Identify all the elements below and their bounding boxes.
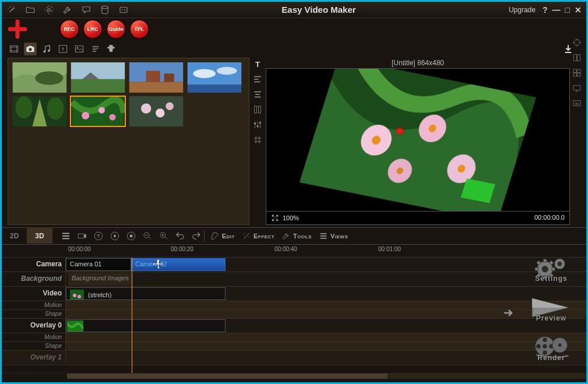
preview-panel: [Untitle] 864x480 100% [266, 58, 570, 225]
tab-2d[interactable]: 2D [2, 228, 27, 244]
playhead[interactable] [132, 258, 132, 373]
svg-point-97 [558, 344, 562, 347]
svg-point-16 [77, 47, 78, 48]
timeline-ruler[interactable]: 00:00:00 00:00:20 00:00:40 00:01:00 [2, 245, 586, 258]
list-icon[interactable] [61, 231, 71, 241]
split-icon[interactable] [572, 53, 582, 62]
column-icon[interactable] [252, 104, 263, 115]
fullscreen-icon[interactable] [271, 214, 279, 222]
svg-point-75 [73, 294, 76, 297]
lyrics-tab-icon[interactable] [89, 43, 102, 55]
monitor-icon[interactable] [572, 83, 582, 93]
thumbnail[interactable] [12, 62, 68, 93]
stop-icon[interactable] [126, 231, 136, 241]
svg-point-0 [13, 6, 14, 7]
upgrade-link[interactable]: Upgrade [509, 6, 536, 14]
preview-toolbar-left: T [249, 55, 266, 227]
minimize-button[interactable]: — [552, 5, 561, 15]
svg-text:T: T [255, 60, 260, 69]
preview-title: [Untitle] 864x480 [266, 58, 570, 68]
camera-icon[interactable] [77, 231, 87, 241]
timestamp: 00:00:00.0 [534, 214, 565, 222]
rec-button[interactable]: REC [60, 20, 79, 38]
gear-icon[interactable] [44, 5, 54, 15]
align-left-icon[interactable] [252, 74, 263, 84]
image-tab-icon[interactable] [73, 43, 86, 55]
video-tab-icon[interactable] [8, 43, 20, 55]
svg-rect-58 [574, 55, 577, 61]
render-button[interactable]: Render [522, 332, 580, 363]
track-overlay0: Overlay 0 [2, 319, 586, 333]
track-video: Video (stretch) [2, 287, 586, 301]
views-menu[interactable]: Views [315, 231, 351, 241]
undo-icon[interactable] [175, 231, 185, 241]
target-icon[interactable] [572, 38, 582, 47]
svg-point-31 [16, 96, 33, 119]
3d-icon[interactable]: 3D [572, 98, 582, 108]
svg-point-35 [98, 107, 105, 114]
thumbnail[interactable] [128, 62, 184, 93]
play-icon[interactable] [110, 231, 120, 241]
guide-button[interactable]: Guide [107, 20, 125, 38]
svg-rect-45 [257, 126, 259, 127]
zoomin-icon[interactable] [159, 231, 169, 241]
tools-icon[interactable] [118, 5, 129, 15]
close-button[interactable]: ✕ [575, 5, 582, 15]
add-button[interactable] [8, 19, 27, 39]
text-tool-icon[interactable]: T [252, 59, 263, 69]
preview-button[interactable]: Preview [522, 292, 580, 323]
edit-menu[interactable]: Edit [207, 231, 238, 241]
wrench-icon[interactable] [62, 5, 73, 15]
redo-icon[interactable] [191, 231, 202, 241]
lrc-button[interactable]: LRC [83, 20, 102, 38]
top-toolbar: REC LRC Guide TPL [2, 18, 586, 40]
media-tabs: T [2, 40, 586, 55]
camera-clip-active[interactable]: Camera 02 [131, 258, 226, 271]
thumbnails-panel [8, 58, 249, 225]
equalizer-icon[interactable] [252, 119, 263, 130]
svg-point-3 [102, 6, 108, 9]
thumbnail[interactable] [128, 96, 184, 127]
arrow-right-icon [501, 306, 515, 320]
effect-menu[interactable]: Effect [238, 231, 278, 241]
camera-clip[interactable]: Camera 01 [66, 258, 131, 271]
grid-icon[interactable] [252, 135, 263, 145]
tools-menu[interactable]: Tools [278, 231, 315, 241]
svg-rect-71 [129, 235, 132, 238]
photo-tab-icon[interactable] [24, 43, 37, 55]
align-center-icon[interactable] [252, 89, 263, 100]
svg-rect-44 [254, 123, 256, 124]
svg-point-39 [156, 108, 164, 117]
plugin-tab-icon[interactable] [105, 43, 118, 55]
thumbnail[interactable] [12, 96, 68, 127]
svg-point-36 [109, 114, 115, 121]
preview-window[interactable] [266, 68, 570, 212]
tab-3d[interactable]: 3D [27, 227, 52, 244]
svg-rect-42 [255, 106, 257, 113]
speech-icon[interactable] [81, 5, 91, 15]
tpl-button[interactable]: TPL [130, 20, 149, 38]
svg-point-1 [15, 8, 16, 9]
settings-button[interactable]: Settings [522, 252, 580, 284]
thumbnail[interactable] [186, 62, 242, 93]
thumbnail[interactable] [70, 62, 126, 93]
svg-rect-4 [120, 7, 127, 12]
wand-icon[interactable] [6, 5, 17, 15]
thumbnail[interactable] [70, 96, 126, 127]
video-clip[interactable]: (stretch) [66, 287, 226, 300]
text-tab-icon[interactable]: T [57, 43, 69, 55]
audio-tab-icon[interactable] [40, 43, 53, 55]
track-camera: Camera Camera 01 Camera 02 [2, 258, 586, 272]
svg-point-40 [166, 103, 173, 110]
horizontal-scrollbar[interactable] [2, 373, 586, 379]
prev-icon[interactable] [93, 231, 104, 241]
maximize-button[interactable]: □ [565, 5, 570, 15]
grid3-icon[interactable] [572, 68, 582, 77]
right-actions: Settings Preview Render [522, 252, 580, 363]
folder-icon[interactable] [25, 5, 36, 15]
database-icon[interactable] [100, 5, 110, 15]
overlay-clip[interactable] [66, 319, 226, 332]
svg-rect-10 [29, 46, 32, 47]
help-button[interactable]: ? [543, 5, 548, 15]
zoomout-icon[interactable] [142, 231, 153, 241]
